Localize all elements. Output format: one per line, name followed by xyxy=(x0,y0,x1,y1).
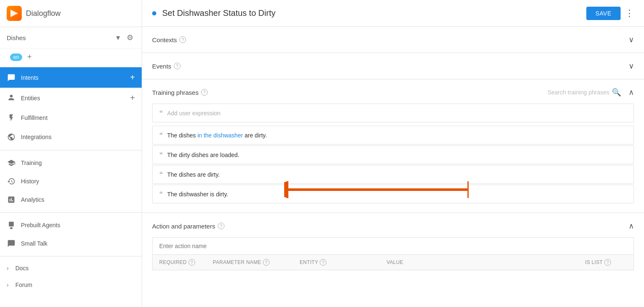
sidebar-item-intents[interactable]: Intents + xyxy=(0,67,142,88)
action-parameters-collapse-icon[interactable]: ∧ xyxy=(629,221,634,231)
analytics-label: Analytics xyxy=(21,196,44,203)
is-list-help-icon[interactable]: ? xyxy=(604,259,611,266)
agent-row: Dishes ▾ ⚙ xyxy=(0,27,142,48)
phrase-row-3[interactable]: ❝ The dishes are dirty. xyxy=(152,165,634,184)
divider-3 xyxy=(0,256,142,256)
required-col-header: REQUIRED ? xyxy=(159,259,209,266)
sidebar-item-fulfillment[interactable]: Fulfillment xyxy=(0,108,142,127)
phrase-row-4[interactable]: ❝ The dishwasher is dirty. xyxy=(152,185,634,203)
add-entity-button[interactable]: + xyxy=(130,93,135,103)
main-content: Set Dishwasher Status to Dirty SAVE ⋮ Co… xyxy=(142,0,644,307)
training-phrases-help-icon[interactable]: ? xyxy=(201,89,208,96)
events-help-icon[interactable]: ? xyxy=(174,63,181,69)
add-intent-button[interactable]: + xyxy=(130,73,135,82)
divider-2 xyxy=(0,212,142,213)
more-options-button[interactable]: ⋮ xyxy=(625,8,634,19)
training-phrases-title: Training phrases ? xyxy=(152,89,208,96)
entity-help-icon[interactable]: ? xyxy=(320,259,326,266)
agent-dropdown-button[interactable]: ▾ xyxy=(115,31,122,44)
phrase-quote-icon: ❝ xyxy=(159,170,163,178)
phrase-row-1[interactable]: ❝ The dishes in the dishwasher are dirty… xyxy=(152,126,634,145)
required-help-icon[interactable]: ? xyxy=(188,259,195,266)
training-icon xyxy=(7,159,16,167)
contexts-section: Contexts ? ∨ xyxy=(142,27,644,53)
lang-row: en + xyxy=(0,48,142,67)
analytics-icon xyxy=(7,195,16,204)
fulfillment-label: Fulfillment xyxy=(21,114,48,121)
integrations-icon xyxy=(7,133,16,141)
phrase-quote-icon: ❝ xyxy=(159,151,163,159)
intents-icon xyxy=(7,74,16,82)
search-phrases-area[interactable]: Search training phrases 🔍 ∧ xyxy=(547,88,634,97)
action-parameters-title: Action and parameters ? xyxy=(152,223,224,230)
lang-badge[interactable]: en xyxy=(10,53,22,61)
sidebar-item-docs[interactable]: › Docs xyxy=(0,260,142,277)
agent-settings-button[interactable]: ⚙ xyxy=(125,31,135,44)
sidebar-item-entities[interactable]: Entities + xyxy=(0,88,142,108)
phrase-text-2: The dirty dishes are loaded. xyxy=(167,152,239,158)
action-parameters-help-icon[interactable]: ? xyxy=(218,223,224,229)
contexts-help-icon[interactable]: ? xyxy=(179,36,186,43)
dialogflow-logo-icon xyxy=(7,6,22,21)
prebuilt-agents-icon xyxy=(7,221,16,229)
sidebar-item-small-talk[interactable]: Small Talk xyxy=(0,234,142,253)
history-icon xyxy=(7,177,16,185)
save-button[interactable]: SAVE xyxy=(586,7,621,20)
sidebar: Dialogflow Dishes ▾ ⚙ en + Intents + Ent… xyxy=(0,0,142,307)
action-parameters-section: Action and parameters ? ∧ REQUIRED ? PAR… xyxy=(142,213,644,279)
value-col-header: VALUE xyxy=(387,259,582,266)
parameter-name-col-header: PARAMETER NAME ? xyxy=(213,259,296,266)
sidebar-item-forum[interactable]: › Forum xyxy=(0,277,142,293)
integrations-label: Integrations xyxy=(21,134,51,140)
sidebar-item-analytics[interactable]: Analytics xyxy=(0,190,142,209)
divider-1 xyxy=(0,150,142,150)
contexts-title: Contexts ? xyxy=(152,36,186,43)
search-training-placeholder: Search training phrases xyxy=(547,89,609,96)
page-header: Set Dishwasher Status to Dirty SAVE ⋮ xyxy=(142,0,644,27)
events-section: Events ? ∨ xyxy=(142,53,644,79)
sidebar-item-history[interactable]: History xyxy=(0,172,142,190)
parameter-name-help-icon[interactable]: ? xyxy=(263,259,270,266)
svg-rect-2 xyxy=(9,222,14,227)
logo-text: Dialogflow xyxy=(26,9,61,18)
forum-chevron-icon: › xyxy=(7,282,9,288)
logo-row: Dialogflow xyxy=(0,0,142,27)
phrase-highlight: in the dishwasher xyxy=(197,132,243,139)
training-phrases-collapse-icon[interactable]: ∧ xyxy=(629,88,634,97)
small-talk-label: Small Talk xyxy=(21,240,48,247)
action-parameters-header: Action and parameters ? ∧ xyxy=(152,221,634,231)
phrase-quote-icon: ❝ xyxy=(159,131,163,139)
phrase-text-4: The dishwasher is dirty. xyxy=(167,191,228,198)
sidebar-item-integrations[interactable]: Integrations xyxy=(0,127,142,147)
content-body: Contexts ? ∨ Events ? ∨ Training phrases xyxy=(142,27,644,307)
add-expression-row[interactable]: ❝ Add user expression xyxy=(152,104,634,122)
fulfillment-icon xyxy=(7,114,16,122)
sidebar-item-prebuilt-agents[interactable]: Prebuilt Agents xyxy=(0,216,142,234)
events-chevron-icon[interactable]: ∨ xyxy=(629,61,634,71)
docs-label: Docs xyxy=(15,265,29,271)
phrase-row-2[interactable]: ❝ The dirty dishes are loaded. xyxy=(152,145,634,164)
sidebar-item-training[interactable]: Training xyxy=(0,154,142,172)
page-title: Set Dishwasher Status to Dirty xyxy=(162,8,586,18)
events-title: Events ? xyxy=(152,63,181,70)
add-expression-placeholder: Add user expression xyxy=(167,110,221,117)
action-name-input[interactable] xyxy=(152,237,634,255)
phrase-text-3: The dishes are dirty. xyxy=(167,171,220,178)
forum-label: Forum xyxy=(15,282,32,288)
status-dot xyxy=(152,11,156,15)
contexts-chevron-icon[interactable]: ∨ xyxy=(629,35,634,44)
docs-chevron-icon: › xyxy=(7,265,9,271)
agent-name[interactable]: Dishes xyxy=(7,34,115,41)
training-label: Training xyxy=(21,160,42,166)
params-table-header: REQUIRED ? PARAMETER NAME ? ENTITY ? VAL… xyxy=(152,255,634,270)
phrase-text-1: The dishes in the dishwasher are dirty. xyxy=(167,132,267,139)
prebuilt-agents-label: Prebuilt Agents xyxy=(21,222,60,228)
search-training-icon[interactable]: 🔍 xyxy=(612,88,621,97)
contexts-header[interactable]: Contexts ? ∨ xyxy=(152,35,634,44)
history-label: History xyxy=(21,178,39,185)
training-phrases-section: Training phrases ? Search training phras… xyxy=(142,79,644,213)
training-phrases-header: Training phrases ? Search training phras… xyxy=(152,88,634,97)
small-talk-icon xyxy=(7,239,16,248)
add-lang-button[interactable]: + xyxy=(25,51,33,63)
events-header[interactable]: Events ? ∨ xyxy=(152,61,634,71)
